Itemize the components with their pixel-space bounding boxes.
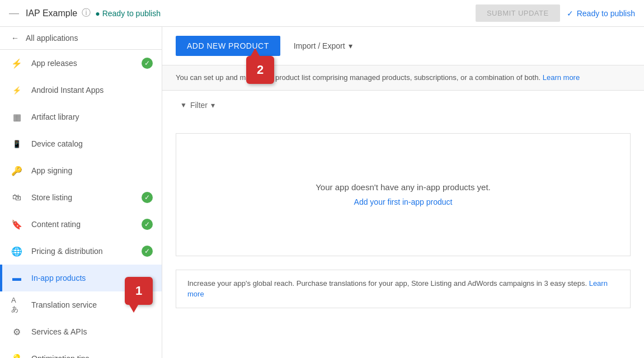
sidebar-item-app-signing[interactable]: 🔑 App signing [0,157,162,184]
content-toolbar: ADD NEW PRODUCT Import / Export ▾ 2 [162,27,644,65]
translation-service-icon: Aあ [11,299,22,310]
filter-bar: ▼ Filter ▾ [162,91,644,120]
sidebar-label-device-catalog: Device catalog [31,139,153,148]
filter-chevron-icon: ▾ [211,101,215,110]
bottom-text: Increase your app's global reach. Purcha… [187,279,587,288]
sidebar-label-app-signing: App signing [31,166,153,175]
checkmark-icon: ✓ [567,9,574,18]
sidebar-label-android-instant-apps: Android Instant Apps [31,86,153,95]
badge-2: 2 [246,56,274,84]
app-signing-icon: 🔑 [11,165,22,176]
pricing-distribution-icon: 🌐 [11,246,22,257]
import-export-button[interactable]: Import / Export ▾ [287,37,359,55]
sidebar-item-artifact-library[interactable]: ▦ Artifact library [0,103,162,130]
header-dash: — [9,7,19,19]
all-applications-label: All applications [26,34,78,43]
sidebar-label-pricing-distribution: Pricing & distribution [31,247,133,256]
content-rating-icon: 🔖 [11,219,22,230]
bottom-banner: Increase your app's global reach. Purcha… [176,270,631,308]
sidebar-item-store-listing[interactable]: 🛍 Store listing ✓ [0,184,162,211]
sidebar-label-services-apis: Services & APIs [31,327,153,336]
sidebar-item-device-catalog[interactable]: 📱 Device catalog [0,130,162,157]
submit-update-button[interactable]: SUBMIT UPDATE [476,4,560,22]
device-catalog-icon: 📱 [11,138,22,149]
in-app-products-icon: ▬ [11,272,22,284]
description-learn-more-link[interactable]: Learn more [543,73,580,82]
import-export-label: Import / Export [294,41,345,50]
sidebar-item-android-instant-apps[interactable]: ⚡ Android Instant Apps [0,77,162,103]
badge-1-arrow [129,305,138,313]
sidebar-label-store-listing: Store listing [31,193,133,202]
badge-2-arrow [251,48,260,56]
filter-icon: ▼ [180,101,187,109]
status-dot: ● [95,9,100,18]
sidebar: ← All applications ⚡ App releases ✓ ⚡ An… [0,27,162,358]
sidebar-item-app-releases[interactable]: ⚡ App releases ✓ [0,50,162,77]
content-rating-check: ✓ [142,219,153,230]
description-text: You can set up and maintain a product li… [176,73,540,82]
header: — IAP Example ⓘ ● Ready to publish SUBMI… [0,0,644,27]
filter-button[interactable]: ▼ Filter ▾ [176,97,219,113]
optimization-tips-icon: 💡 [11,353,22,358]
artifact-library-icon: ▦ [11,111,22,123]
store-listing-check: ✓ [142,192,153,203]
ready-to-publish-button[interactable]: ✓ Ready to publish [567,9,635,18]
android-instant-apps-icon: ⚡ [11,84,22,96]
add-first-product-link[interactable]: Add your first in-app product [354,197,453,206]
app-name: IAP Example [26,8,77,18]
sidebar-label-app-releases: App releases [31,59,133,68]
info-icon[interactable]: ⓘ [82,7,91,19]
content-area: ADD NEW PRODUCT Import / Export ▾ 2 You … [162,27,644,358]
import-export-chevron-icon: ▾ [349,41,352,50]
empty-state: Your app doesn't have any in-app product… [176,133,631,256]
sidebar-item-pricing-distribution[interactable]: 🌐 Pricing & distribution ✓ [0,238,162,265]
description-bar: You can set up and maintain a product li… [162,65,644,91]
sidebar-item-services-apis[interactable]: ⚙ Services & APIs [0,318,162,345]
empty-state-text: Your app doesn't have any in-app product… [316,182,491,192]
add-new-product-button[interactable]: ADD NEW PRODUCT [176,36,280,56]
header-status: ● Ready to publish [95,9,161,18]
sidebar-label-content-rating: Content rating [31,220,133,229]
sidebar-item-content-rating[interactable]: 🔖 Content rating ✓ [0,211,162,238]
main-layout: ← All applications ⚡ App releases ✓ ⚡ An… [0,27,644,358]
services-apis-icon: ⚙ [11,326,22,337]
app-releases-icon: ⚡ [11,58,22,69]
sidebar-label-optimization-tips: Optimization tips [31,354,153,358]
store-listing-icon: 🛍 [11,192,22,203]
app-releases-check: ✓ [142,58,153,69]
content-inner: ADD NEW PRODUCT Import / Export ▾ 2 You … [162,27,644,358]
back-arrow-icon: ← [11,34,19,43]
all-applications-item[interactable]: ← All applications [0,27,162,50]
pricing-distribution-check: ✓ [142,246,153,257]
sidebar-label-artifact-library: Artifact library [31,112,153,121]
sidebar-item-optimization-tips[interactable]: 💡 Optimization tips [0,345,162,358]
filter-label: Filter [190,101,208,110]
badge-1: 1 [125,277,153,305]
